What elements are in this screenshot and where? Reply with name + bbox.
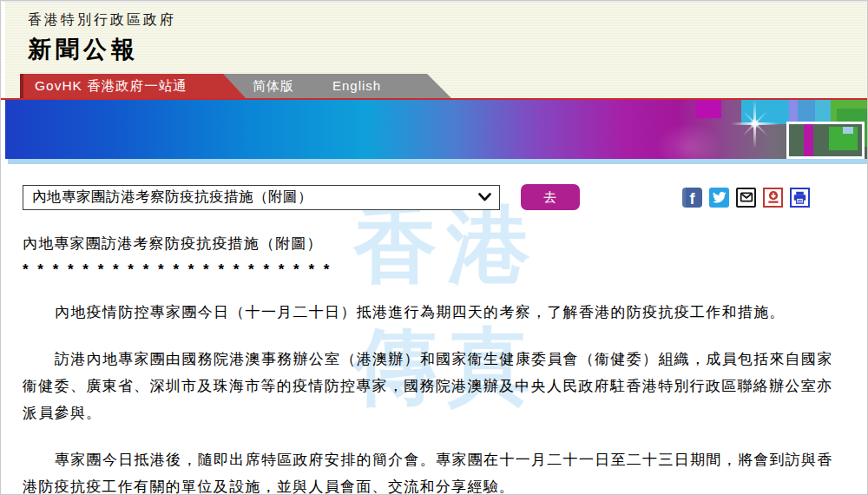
tab-bar: 简体版 English GovHK 香港政府一站通	[5, 74, 867, 98]
tab-govhk[interactable]: GovHK 香港政府一站通	[20, 74, 246, 98]
chevron-down-icon	[478, 189, 491, 205]
banner-frame-decoration	[786, 122, 865, 159]
banner-decoration	[695, 100, 721, 118]
masthead: 香港特別行政區政府 新聞公報 简体版 English GovHK 香港政府一站通	[1, 1, 867, 98]
banner-decoration	[815, 100, 831, 124]
banner-shadow-strip	[8, 159, 867, 164]
press-release-toolbar: 內地專家團訪港考察防疫抗疫措施（附圖） 去 f	[23, 184, 867, 210]
download-icon[interactable]	[763, 188, 783, 208]
press-release-select[interactable]: 內地專家團訪港考察防疫抗疫措施（附圖）	[23, 185, 500, 210]
facebook-icon[interactable]: f	[682, 188, 702, 208]
twitter-icon[interactable]	[709, 188, 729, 208]
tab-simplified-chinese[interactable]: 简体版	[253, 78, 294, 95]
content-area: 香港 傳真 內地專家團訪港考察防疫抗疫措施（附圖） 去 f	[1, 184, 867, 495]
tab-english[interactable]: English	[332, 78, 381, 93]
article-title: 內地專家團訪港考察防疫抗疫措施（附圖）	[23, 234, 845, 254]
press-release-body: 內地專家團訪港考察防疫抗疫措施（附圖） * * * * * * * * * * …	[23, 234, 845, 495]
banner-decoration	[789, 100, 798, 124]
email-icon[interactable]	[736, 188, 756, 208]
article-paragraph: 內地疫情防控專家團今日（十一月二十日）抵港進行為期四天的考察，了解香港的防疫抗疫…	[23, 299, 845, 326]
banner-image	[5, 100, 867, 159]
tab-govhk-label: GovHK 香港政府一站通	[23, 74, 246, 97]
banner-decoration	[843, 127, 853, 134]
banner-decoration	[798, 100, 815, 124]
sparkle-icon	[731, 100, 779, 148]
government-name: 香港特別行政區政府	[28, 11, 867, 30]
go-button[interactable]: 去	[521, 184, 580, 210]
print-icon[interactable]	[790, 188, 810, 208]
banner-decoration	[804, 124, 813, 156]
article-paragraph: 訪港內地專家團由國務院港澳事務辦公室（港澳辦）和國家衞生健康委員會（衞健委）組織…	[23, 346, 845, 426]
select-value: 內地專家團訪港考察防疫抗疫措施（附圖）	[32, 188, 312, 207]
page: 香港特別行政區政府 新聞公報 简体版 English GovHK 香港政府一站通	[0, 0, 868, 495]
page-title: 新聞公報	[28, 34, 867, 65]
article-paragraph: 專家團今日抵港後，隨即出席特區政府安排的簡介會。專家團在十一月二十一日至二十三日…	[23, 446, 845, 495]
asterisk-separator: * * * * * * * * * * * * * * * * * * * * …	[23, 261, 845, 279]
banner-flare	[656, 122, 722, 159]
share-icon-row: f	[682, 188, 810, 208]
